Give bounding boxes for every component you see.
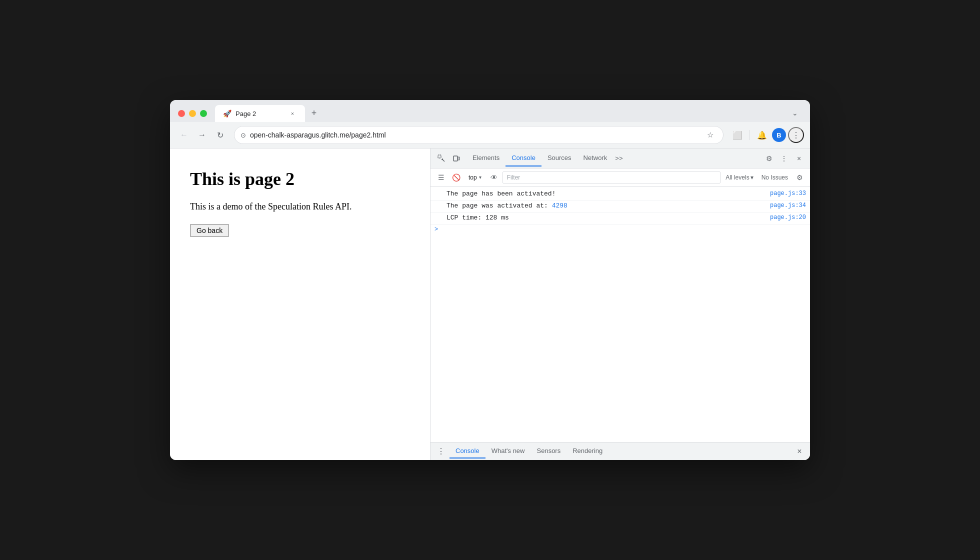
browser-window: 🚀 Page 2 × + ⌄ ← → ↻ ⊙ ☆ ⬜ 🔔 B ⋮ — [170, 100, 810, 460]
devtools-panel: Elements Console Sources Network >> ⚙ ⋮ … — [430, 148, 810, 460]
console-line-link[interactable]: page.js:34 — [770, 202, 806, 209]
bottom-bar-tabs: Console What's new Sensors Rendering — [450, 444, 793, 458]
chevron-right-icon: > — [434, 226, 438, 233]
console-settings-button[interactable]: ⚙ — [793, 171, 806, 184]
console-line: The page has been activated! page.js:33 — [430, 188, 810, 200]
console-context-label: top — [468, 174, 477, 181]
console-line: The page was activated at: 4298 page.js:… — [430, 200, 810, 212]
extension-button[interactable]: ⬜ — [730, 127, 746, 143]
console-toolbar: ☰ 🚫 top ▾ 👁 All levels ▾ No Issues ⚙ — [430, 168, 810, 186]
browser-toolbar: ← → ↻ ⊙ ☆ ⬜ 🔔 B ⋮ — [170, 122, 810, 148]
tab-elements[interactable]: Elements — [466, 150, 506, 166]
console-eye-button[interactable]: 👁 — [488, 171, 500, 184]
maximize-button[interactable] — [200, 110, 207, 117]
devtools-close-button[interactable]: × — [792, 152, 806, 166]
no-issues-label: No Issues — [758, 173, 791, 182]
tab-network[interactable]: Network — [578, 150, 614, 166]
security-icon: ⊙ — [240, 132, 246, 139]
console-context-selector[interactable]: top ▾ — [464, 173, 486, 182]
page-content: This is page 2 This is a demo of the Spe… — [170, 148, 430, 460]
toolbar-separator — [750, 130, 750, 140]
new-tab-button[interactable]: + — [307, 106, 321, 120]
bottom-tab-rendering[interactable]: Rendering — [566, 444, 608, 458]
browser-tab[interactable]: 🚀 Page 2 × — [215, 105, 305, 122]
tab-title: Page 2 — [236, 110, 284, 118]
go-back-button[interactable]: Go back — [190, 224, 229, 237]
tab-more-button[interactable]: >> — [613, 150, 624, 166]
console-line-plain: The page was activated at: — [446, 202, 552, 210]
toolbar-right: ⬜ 🔔 B ⋮ — [730, 127, 804, 143]
close-button[interactable] — [178, 110, 185, 117]
devtools-header: Elements Console Sources Network >> ⚙ ⋮ … — [430, 148, 810, 168]
bottom-tab-console[interactable]: Console — [450, 444, 486, 458]
console-levels-selector[interactable]: All levels ▾ — [722, 173, 756, 182]
inspect-element-button[interactable] — [434, 152, 448, 166]
console-line-text: The page has been activated! — [446, 190, 766, 198]
devtools-bottom-bar: ⋮ Console What's new Sensors Rendering × — [430, 442, 810, 460]
console-clear-button[interactable]: 🚫 — [450, 171, 462, 184]
console-line-number: 4298 — [552, 202, 568, 210]
tab-sources[interactable]: Sources — [542, 150, 578, 166]
page-body-text: This is a demo of the Speculation Rules … — [190, 202, 410, 212]
tab-bar: 🚀 Page 2 × + ⌄ — [215, 105, 802, 122]
devtools-header-actions: ⚙ ⋮ × — [762, 152, 806, 166]
url-input[interactable] — [250, 131, 699, 139]
reload-button[interactable]: ↻ — [212, 127, 228, 143]
svg-rect-1 — [454, 156, 458, 161]
svg-rect-2 — [458, 157, 460, 160]
tab-console[interactable]: Console — [506, 150, 542, 166]
console-filter-input[interactable] — [502, 172, 721, 184]
tab-favicon-icon: 🚀 — [223, 110, 232, 118]
bottom-bar-close-button[interactable]: × — [793, 445, 806, 458]
bottom-bar-menu-button[interactable]: ⋮ — [434, 445, 448, 458]
tab-close-icon[interactable]: × — [288, 109, 297, 118]
console-output: The page has been activated! page.js:33 … — [430, 186, 810, 442]
svg-rect-0 — [438, 155, 441, 158]
window-controls — [178, 110, 207, 117]
bookmark-icon[interactable]: ☆ — [703, 128, 717, 142]
bottom-tab-sensors[interactable]: Sensors — [531, 444, 567, 458]
chrome-menu-button[interactable]: ⋮ — [788, 127, 804, 143]
address-bar[interactable]: ⊙ ☆ — [234, 126, 724, 144]
console-line-link[interactable]: page.js:33 — [770, 190, 806, 197]
console-line-link[interactable]: page.js:20 — [770, 214, 806, 221]
console-line-text: LCP time: 128 ms — [446, 214, 766, 222]
device-toolbar-button[interactable] — [450, 152, 464, 166]
console-line-text: The page was activated at: 4298 — [446, 202, 766, 210]
address-bar-actions: ☆ — [703, 128, 717, 142]
devtools-settings-button[interactable]: ⚙ — [762, 152, 776, 166]
profile-button[interactable]: B — [772, 128, 786, 142]
console-sidebar-button[interactable]: ☰ — [434, 171, 448, 184]
console-levels-label: All levels — [726, 174, 749, 181]
devtools-more-button[interactable]: ⋮ — [777, 152, 791, 166]
content-area: This is page 2 This is a demo of the Spe… — [170, 148, 810, 460]
levels-dropdown-icon: ▾ — [750, 174, 754, 181]
forward-button[interactable]: → — [194, 127, 210, 143]
bottom-tab-whats-new[interactable]: What's new — [486, 444, 531, 458]
back-button[interactable]: ← — [176, 127, 192, 143]
console-prompt[interactable]: > — [430, 224, 810, 234]
notification-button[interactable]: 🔔 — [754, 127, 770, 143]
context-dropdown-icon: ▾ — [479, 174, 482, 180]
title-bar: 🚀 Page 2 × + ⌄ — [170, 100, 810, 122]
tab-dropdown-button[interactable]: ⌄ — [788, 106, 802, 120]
devtools-tabs: Elements Console Sources Network >> — [466, 150, 761, 166]
console-line: LCP time: 128 ms page.js:20 — [430, 212, 810, 224]
page-heading: This is page 2 — [190, 168, 410, 190]
minimize-button[interactable] — [189, 110, 196, 117]
